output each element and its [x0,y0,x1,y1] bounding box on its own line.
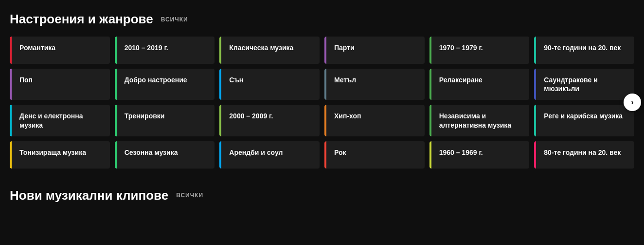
genre-card[interactable]: Тренировки [115,105,215,136]
genre-card[interactable]: 90-те години на 20. век [534,37,634,64]
genre-card[interactable]: Парти [324,37,425,64]
genre-card[interactable]: 1970 – 1979 г. [429,37,530,64]
genre-card-label: Реге и карибска музика [542,112,623,120]
genre-card[interactable]: Саундтракове и мюзикъли [534,69,634,100]
genre-card[interactable]: Сън [219,69,320,100]
genre-card-label: Метъл [332,75,356,84]
genre-card[interactable]: Релаксиране [429,69,530,100]
moods-all-link[interactable]: ВСИЧКИ [161,16,188,23]
genre-card[interactable]: Сезонна музика [115,141,215,169]
genre-card[interactable]: Реге и карибска музика [534,105,634,136]
genre-card[interactable]: Рок [324,141,425,169]
genre-card-label: Поп [18,75,33,84]
genre-card-label: Саундтракове и мюзикъли [542,75,626,93]
genre-card-label: Релаксиране [437,75,483,84]
new-clips-header: Нови музикални клипове ВСИЧКИ [10,188,634,203]
genre-card-label: Тонизираща музика [18,148,86,157]
genre-card[interactable]: Добро настроение [115,69,215,100]
genre-card[interactable]: Метъл [324,69,425,100]
moods-grid: Романтика2010 – 2019 г.Класическа музика… [10,37,634,169]
moods-title: Настроения и жанрове [10,12,153,27]
genre-card-label: Арендби и соул [227,148,283,157]
genre-card[interactable]: Поп [10,69,110,100]
genre-card-label: 1970 – 1979 г. [437,43,483,52]
genre-card-label: Тренировки [123,112,165,120]
genre-card[interactable]: Денс и електронна музика [10,105,110,136]
genre-card[interactable]: 80-те години на 20. век [534,141,634,169]
genre-card[interactable]: 1960 – 1969 г. [429,141,530,169]
new-clips-title: Нови музикални клипове [10,188,168,203]
genre-card-label: Парти [332,43,355,52]
genre-card-label: 2010 – 2019 г. [123,43,168,52]
genre-card-label: Хип-хоп [332,112,361,120]
moods-header: Настроения и жанрове ВСИЧКИ [10,12,634,27]
genre-card-label: 2000 – 2009 г. [227,112,273,120]
genre-card[interactable]: Хип-хоп [324,105,425,136]
genre-card-label: Добро настроение [123,75,187,84]
moods-grid-wrapper: Романтика2010 – 2019 г.Класическа музика… [10,37,634,169]
genre-card-label: 80-те години на 20. век [542,148,621,157]
new-clips-section: Нови музикални клипове ВСИЧКИ [0,176,644,217]
genre-card[interactable]: Независима и алтернативна музика [429,105,530,136]
genre-card-label: Рок [332,148,346,157]
genre-card-label: Романтика [18,43,55,52]
next-button[interactable]: › [624,94,641,111]
genre-card-label: Денс и електронна музика [18,112,102,129]
genre-card[interactable]: Класическа музика [219,37,320,64]
genre-card-label: 1960 – 1969 г. [437,148,483,157]
new-clips-all-link[interactable]: ВСИЧКИ [176,192,203,199]
genre-card-label: Класическа музика [227,43,293,52]
genre-card-label: Сън [227,75,243,84]
genre-card-label: Независима и алтернативна музика [437,112,522,129]
genre-card[interactable]: Арендби и соул [219,141,320,169]
genre-card-label: Сезонна музика [123,148,178,157]
genre-card[interactable]: 2000 – 2009 г. [219,105,320,136]
genre-card[interactable]: Тонизираща музика [10,141,110,169]
genre-card[interactable]: Романтика [10,37,110,64]
moods-section: Настроения и жанрове ВСИЧКИ Романтика201… [0,0,644,176]
genre-card[interactable]: 2010 – 2019 г. [115,37,215,64]
genre-card-label: 90-те години на 20. век [542,43,621,52]
